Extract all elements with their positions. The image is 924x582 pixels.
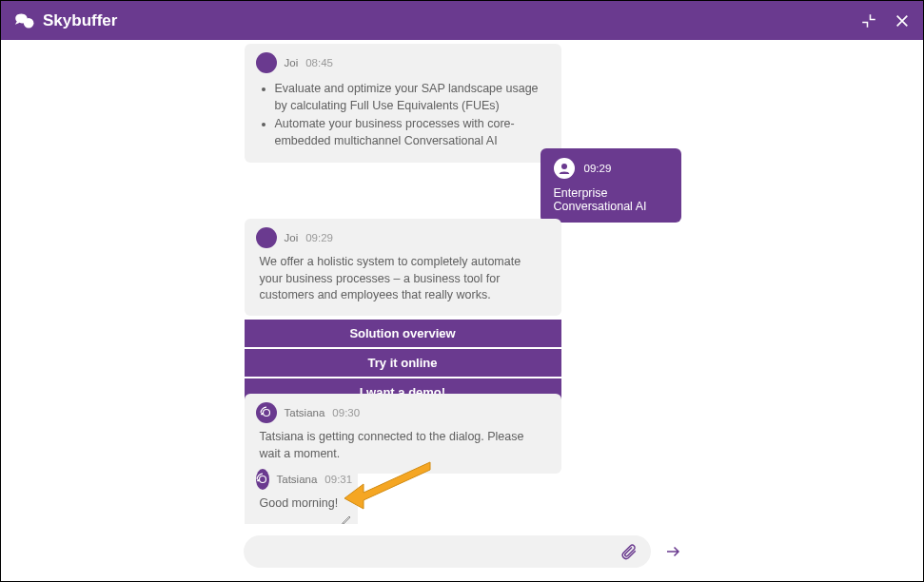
close-icon[interactable] xyxy=(895,13,910,29)
avatar-user-icon xyxy=(554,158,575,179)
message-bot: Joi 09:29 We offer a holistic system to … xyxy=(245,219,561,406)
edit-icon[interactable] xyxy=(341,514,352,525)
try-it-online-button[interactable]: Try it online xyxy=(245,349,561,377)
header-bar: Skybuffer xyxy=(1,1,923,40)
avatar-bot-icon xyxy=(256,227,277,248)
avatar-bot-icon xyxy=(256,52,277,73)
send-icon[interactable] xyxy=(664,543,681,560)
sender-name: Tatsiana xyxy=(277,472,318,487)
svg-point-5 xyxy=(257,479,259,481)
message-input-wrap[interactable] xyxy=(244,535,651,568)
logo-wrap: Skybuffer xyxy=(14,10,117,31)
minimize-icon[interactable] xyxy=(860,12,877,29)
message-text: Tatsiana is getting connected to the dia… xyxy=(260,429,546,462)
svg-point-0 xyxy=(24,17,34,28)
avatar-agent-icon xyxy=(256,402,277,423)
sender-name: Joi xyxy=(285,230,299,245)
timestamp: 09:29 xyxy=(305,230,333,245)
message-input[interactable] xyxy=(257,545,620,559)
message-text: Evaluate and optimize your SAP landscape… xyxy=(275,81,546,114)
svg-point-3 xyxy=(261,413,263,415)
message-user: 09:29 Enterprise Conversational AI xyxy=(541,148,681,223)
app-window: Skybuffer Joi 08:45 xyxy=(0,0,924,582)
avatar-agent-icon xyxy=(256,469,269,490)
app-title: Skybuffer xyxy=(43,11,117,30)
timestamp: 09:30 xyxy=(332,405,360,420)
sender-name: Joi xyxy=(285,55,299,70)
timestamp: 09:29 xyxy=(584,163,612,174)
svg-point-4 xyxy=(259,476,265,483)
sender-name: Tatsiana xyxy=(285,405,325,420)
svg-point-2 xyxy=(263,410,269,417)
composer-bar xyxy=(244,535,681,568)
chat-area: Joi 08:45 Evaluate and optimize your SAP… xyxy=(1,40,923,524)
message-agent: Tatsiana 09:31 Good morning! xyxy=(245,460,358,524)
chat-bubble-icon xyxy=(14,10,35,31)
message-text: Enterprise Conversational AI xyxy=(554,186,668,213)
timestamp: 08:45 xyxy=(305,55,333,70)
message-text: We offer a holistic system to completely… xyxy=(260,254,546,304)
solution-overview-button[interactable]: Solution overview xyxy=(245,320,561,347)
paperclip-icon[interactable] xyxy=(620,543,638,560)
message-text: Automate your business processes with co… xyxy=(275,116,546,149)
timestamp: 09:31 xyxy=(324,472,352,487)
message-text: Good morning! xyxy=(260,495,343,513)
message-bot: Joi 08:45 Evaluate and optimize your SAP… xyxy=(245,44,561,163)
svg-point-1 xyxy=(561,164,567,169)
